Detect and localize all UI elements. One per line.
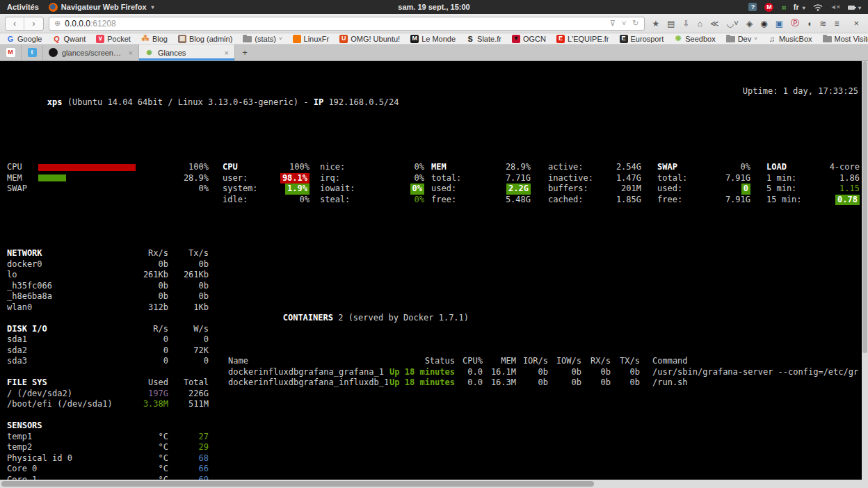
library-icon[interactable]: ▤ <box>667 19 675 29</box>
container-cell: 0b <box>516 377 548 389</box>
help-icon[interactable]: ? <box>748 3 757 11</box>
bookmark-item[interactable]: Dev˅ <box>726 35 757 43</box>
app-menu[interactable]: Navigateur Web Firefox ▾ <box>49 3 154 12</box>
download-icon[interactable]: ⇩ <box>683 19 690 29</box>
home-icon[interactable]: ⌂ <box>698 19 702 29</box>
bookmark-item[interactable]: EEurosport <box>620 35 664 43</box>
container-cell: 0b <box>581 377 611 389</box>
network-row: _h8e6ba8a0b0b <box>7 291 209 302</box>
bookmark-item[interactable]: SSlate.fr <box>466 35 501 43</box>
bookmark-item[interactable]: ⁂Blog <box>141 34 168 43</box>
tab-close-icon[interactable]: × <box>225 49 229 57</box>
tab-bar: M t glances/screenshot-w... × ◉ Glances … <box>0 44 868 61</box>
wifi-icon[interactable] <box>813 3 823 11</box>
window-close-button[interactable]: × <box>846 18 863 29</box>
bookmark-item[interactable]: ▦Blog (admin) <box>178 35 232 43</box>
sensors-row: Physical id 0°C68 <box>7 453 209 464</box>
menu-icon[interactable]: ≡ <box>834 19 839 29</box>
pinned-tab-twitter[interactable]: t <box>22 44 43 60</box>
bookmark-favicon: ⁂ <box>141 34 150 43</box>
bookmark-item[interactable]: ∨Pocket <box>96 35 131 43</box>
bookmark-item[interactable]: GGoogle <box>6 35 42 43</box>
bookmark-favicon: M <box>410 35 419 43</box>
battery-indicator[interactable]: ▾ <box>848 3 861 11</box>
bookmark-item[interactable]: QQwant <box>52 35 86 43</box>
bookmark-item[interactable]: EL'EQUIPE.fr <box>556 35 609 43</box>
bookmark-item[interactable]: LinuxFr <box>293 35 330 43</box>
bookmark-item[interactable]: (stats)˅ <box>243 35 282 43</box>
network-row: docker00b0b <box>7 259 209 270</box>
bookmark-favicon: Q <box>52 35 61 43</box>
horizontal-scrollbar[interactable] <box>0 480 868 488</box>
bookmark-star-icon[interactable]: ★ <box>652 19 660 29</box>
load-stat: 15 min:0.78 <box>766 195 860 206</box>
bookmark-label: Google <box>17 35 42 43</box>
bookmark-item[interactable]: UOMG! Ubuntu! <box>339 35 400 43</box>
tab-label: glances/screenshot-w... <box>62 49 124 57</box>
containers-header: TX/s <box>611 356 640 367</box>
tab-glances[interactable]: ◉ Glances × <box>139 44 235 60</box>
quicklook-row: CPU100% <box>7 162 209 173</box>
pinned-tab-gmail[interactable]: M <box>0 44 22 60</box>
clock[interactable]: sam. 19 sept., 15:00 <box>398 3 469 11</box>
mem-stat: free:5.48G <box>431 195 531 206</box>
bookmark-label: Most Visited <box>835 35 868 43</box>
back-button[interactable]: ‹ <box>6 17 24 30</box>
activities-button[interactable]: Activités <box>7 3 39 11</box>
volume-muted-icon[interactable]: ◄× <box>830 3 840 10</box>
container-cell: /usr/sbin/grafana-server --config=/etc/g… <box>640 367 858 378</box>
container-cell: 0b <box>581 367 611 378</box>
hostname: xps <box>47 97 63 107</box>
tab-glances-screenshot[interactable]: glances/screenshot-w... × <box>43 44 139 60</box>
bookmark-label: L'EQUIPE.fr <box>568 35 609 43</box>
bookmark-item[interactable]: ❋Seedbox <box>674 34 715 43</box>
forward-button[interactable]: › <box>24 17 43 30</box>
app-menu-title: Navigateur Web Firefox <box>61 3 147 11</box>
share-icon[interactable]: ≪ <box>710 19 719 29</box>
containers-header: IOW/s <box>548 356 581 367</box>
mem-stat: inactive:1.47G <box>548 173 641 184</box>
bookmark-item[interactable]: ♫MusicBox <box>768 35 812 43</box>
cpu-stat: iowait:0% <box>320 184 424 195</box>
cpu-stat: irq:0% <box>320 173 424 184</box>
bookmark-label: OGCN <box>523 35 546 43</box>
vertical-scrollbar-thumb[interactable] <box>862 61 867 353</box>
new-tab-button[interactable]: + <box>235 44 255 60</box>
url-dropdown-icon[interactable]: ˅ <box>622 19 626 28</box>
quicklook-bar <box>38 174 136 181</box>
containers-header: Command <box>640 356 858 367</box>
url-bar[interactable]: ⊕ 0.0.0.0:61208 ⊽˅↻ <box>49 17 645 31</box>
disconnect-icon[interactable]: ◈ <box>746 19 753 29</box>
addon-blue-icon[interactable]: ▣ <box>775 19 783 29</box>
cpu-stat: steal:0% <box>320 195 424 206</box>
cpu-stat: CPU100% <box>223 162 310 173</box>
bookmark-item[interactable]: ▼OGCN <box>512 35 546 43</box>
network-row: _h35fc0660b0b <box>7 281 209 292</box>
site-identity-icon[interactable]: ⊕ <box>54 19 61 28</box>
pocket-save-icon[interactable]: ⊽ <box>610 19 616 28</box>
uptime: Uptime: 1 day, 17:33:25 <box>743 86 858 119</box>
quicklook-percent: 28.9% <box>136 173 209 184</box>
bookmark-item[interactable]: Most Visited˅ <box>823 35 868 43</box>
ublock-badge-icon[interactable]: ◉ <box>760 19 767 29</box>
reload-icon[interactable]: ↻ <box>632 19 638 28</box>
bookmark-item[interactable]: MLe Monde <box>410 35 456 43</box>
pocket-menu-icon[interactable]: ◡˅ <box>727 19 739 29</box>
pinterest-icon[interactable]: Ⓟ <box>791 17 799 29</box>
messenger-icon[interactable]: ◖ <box>807 19 812 29</box>
tab-close-icon[interactable]: × <box>129 49 133 57</box>
mega-icon[interactable]: M <box>764 3 773 12</box>
bookmark-label: (stats) <box>255 35 276 43</box>
cpu-stat: idle:0% <box>223 195 310 206</box>
vertical-scrollbar[interactable] <box>862 61 868 480</box>
bookmark-favicon: E <box>620 35 628 43</box>
keyboard-layout-indicator[interactable]: fr ▾ <box>794 3 805 11</box>
mem-panel: MEM28.9%total:7.71Gused:2.2Gfree:5.48Gac… <box>431 162 641 205</box>
extension-icon[interactable]: ⠶ <box>781 3 785 11</box>
stack-icon[interactable]: ≋ <box>819 19 826 29</box>
network-row: wlan0312b1Kb <box>7 302 209 314</box>
horizontal-scrollbar-thumb[interactable] <box>1 481 594 487</box>
bookmark-favicon: S <box>466 35 474 43</box>
container-cell: 0b <box>548 367 581 378</box>
quicklook-panel: CPU100%MEM28.9%SWAP0% <box>7 162 209 195</box>
